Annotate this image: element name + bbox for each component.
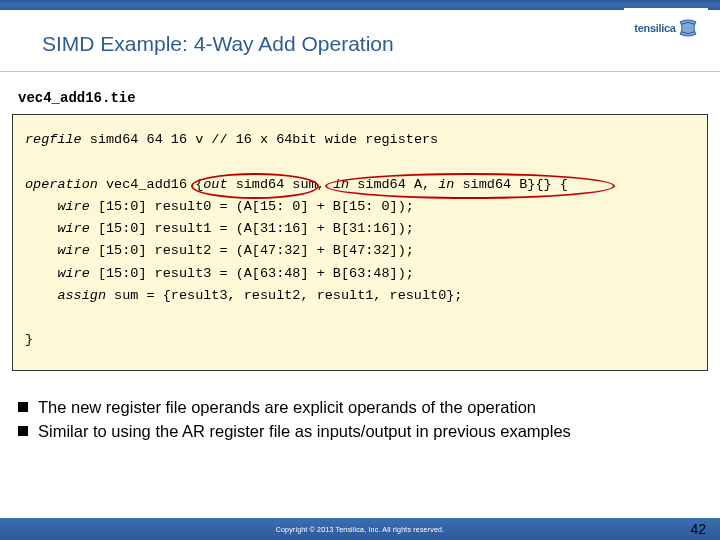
bullet-item: The new register file operands are expli… [18,395,702,420]
keyword-wire: wire [57,221,89,236]
page-number: 42 [690,521,706,537]
header: SIMD Example: 4-Way Add Operation tensil… [0,10,720,72]
keyword-operation: operation [25,177,98,192]
slide-title: SIMD Example: 4-Way Add Operation [42,32,394,56]
copyright-text: Copyright © 2013 Tensilica, Inc. All rig… [276,526,445,533]
filename-label: vec4_add16.tie [18,90,720,106]
keyword-wire: wire [57,266,89,281]
code-text: [15:0] result2 = (A[47:32] + B[47:32]); [90,243,414,258]
bullet-square-icon [18,402,28,412]
top-accent-bar [0,0,720,10]
tensilica-logo: tensilica [624,8,708,48]
bullet-list: The new register file operands are expli… [18,395,702,445]
keyword-in: in [333,177,349,192]
code-text: simd64 A, [349,177,438,192]
bullet-text: Similar to using the AR register file as… [38,419,571,444]
code-text: simd64 sum, [228,177,333,192]
bullet-square-icon [18,426,28,436]
code-comment: // 16 x 64bit wide registers [211,132,438,147]
code-close-brace: } [25,332,33,347]
keyword-in: in [438,177,454,192]
code-text: sum = {result3, result2, result1, result… [106,288,462,303]
code-text: simd64 64 16 v [82,132,204,147]
code-text: [15:0] result0 = (A[15: 0] + B[15: 0]); [90,199,414,214]
code-text: simd64 B}{} { [454,177,567,192]
code-text: [15:0] result3 = (A[63:48] + B[63:48]); [90,266,414,281]
code-text: vec4_add16 { [98,177,203,192]
keyword-regfile: regfile [25,132,82,147]
keyword-assign: assign [57,288,106,303]
bullet-text: The new register file operands are expli… [38,395,536,420]
bullet-item: Similar to using the AR register file as… [18,419,702,444]
footer-bar: Copyright © 2013 Tensilica, Inc. All rig… [0,518,720,540]
logo-text: tensilica [634,22,675,34]
keyword-wire: wire [57,199,89,214]
keyword-out: out [203,177,227,192]
logo-mark-icon [678,18,698,38]
code-block: regfile simd64 64 16 v // 16 x 64bit wid… [12,114,708,371]
code-text: [15:0] result1 = (A[31:16] + B[31:16]); [90,221,414,236]
keyword-wire: wire [57,243,89,258]
